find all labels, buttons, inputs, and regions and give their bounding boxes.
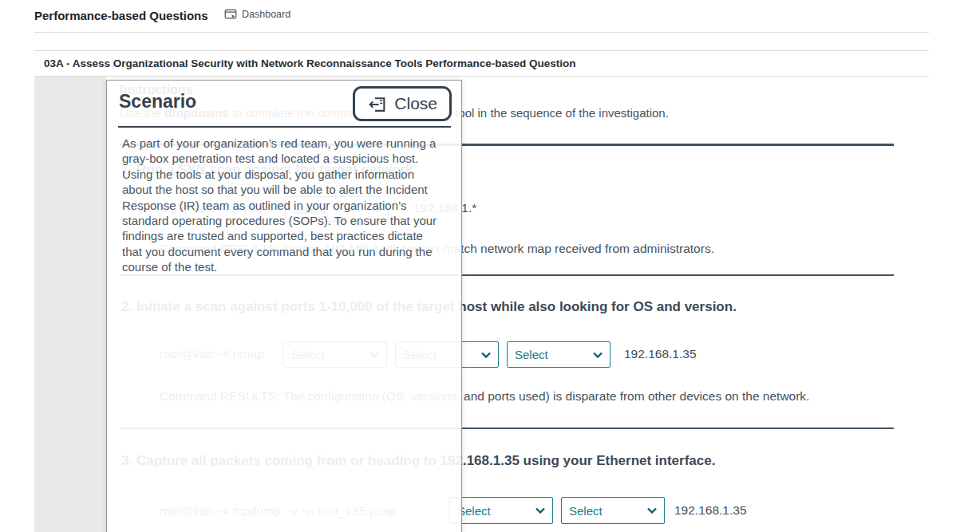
exit-icon bbox=[367, 94, 387, 114]
question-3-select-1[interactable]: Select bbox=[449, 497, 553, 524]
select-value: Select bbox=[515, 348, 548, 361]
screen: Performance-based Questions Dashboard 03… bbox=[0, 0, 980, 532]
page-title: 03A - Assess Organizational Security wit… bbox=[44, 57, 575, 69]
close-label: Close bbox=[394, 94, 437, 113]
select-value: Select bbox=[569, 504, 603, 518]
heading-top-border bbox=[34, 50, 929, 51]
topbar-divider bbox=[34, 32, 929, 33]
select-value: Select bbox=[457, 504, 491, 518]
modal-title: Scenario bbox=[119, 91, 196, 112]
dashboard-link[interactable]: Dashboard bbox=[224, 8, 290, 21]
scenario-text: As part of your organization’s red team,… bbox=[122, 136, 453, 275]
question-3-select-2[interactable]: Select bbox=[561, 497, 665, 524]
left-gray-rail bbox=[34, 77, 106, 532]
dashboard-icon bbox=[224, 8, 237, 21]
chevron-down-icon bbox=[535, 507, 545, 514]
dashboard-label: Dashboard bbox=[242, 9, 290, 20]
app-title: Performance-based Questions bbox=[34, 9, 208, 22]
question-2-select-3[interactable]: Select bbox=[507, 341, 611, 368]
question-3-target-value: 192.168.1.35 bbox=[674, 503, 747, 518]
chevron-down-icon bbox=[593, 352, 603, 358]
modal-title-divider bbox=[118, 126, 451, 128]
chevron-down-icon bbox=[481, 352, 491, 358]
question-2-target-value: 192.168.1.35 bbox=[624, 347, 697, 361]
close-button[interactable]: Close bbox=[353, 86, 452, 121]
heading-bottom-border bbox=[34, 76, 929, 77]
chevron-down-icon bbox=[647, 507, 657, 514]
scenario-modal: Scenario Close As part of your organizat… bbox=[106, 80, 462, 532]
